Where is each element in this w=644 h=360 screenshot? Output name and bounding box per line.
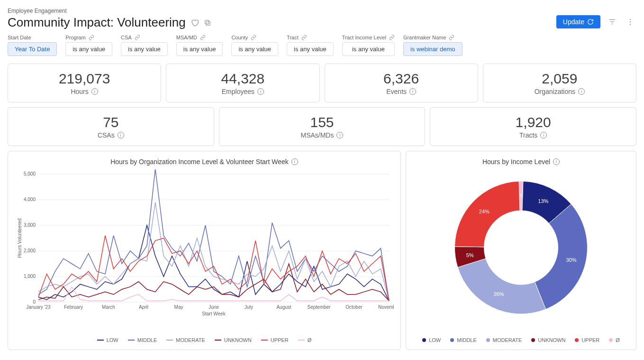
kpi-value: 6,326 xyxy=(330,71,473,87)
svg-text:April: April xyxy=(139,305,148,310)
link-icon[interactable] xyxy=(89,35,94,40)
svg-text:August: August xyxy=(276,305,291,310)
filter-label: Grantmaker Name xyxy=(403,35,446,40)
kpi-card: 219,073Hoursi xyxy=(8,64,161,102)
svg-rect-0 xyxy=(206,21,210,25)
filter-group: CSAis any value xyxy=(121,35,168,56)
svg-text:March: March xyxy=(102,305,115,310)
legend-item[interactable]: UNKNOWN xyxy=(531,337,565,343)
svg-text:26%: 26% xyxy=(494,291,504,297)
info-icon[interactable]: i xyxy=(578,88,585,95)
svg-point-5 xyxy=(630,19,631,20)
kpi-value: 2,059 xyxy=(488,71,631,87)
line-chart-title: Hours by Organization Income Level & Vol… xyxy=(110,158,289,166)
kpi-card: 1,920Tractsi xyxy=(430,107,636,146)
legend-item[interactable]: UPPER xyxy=(261,337,289,343)
breadcrumb[interactable]: Employee Engagement xyxy=(8,8,211,14)
filter-chip[interactable]: Year To Date xyxy=(8,42,57,56)
heart-icon[interactable] xyxy=(190,18,199,27)
kpi-card: 75CSAsi xyxy=(8,107,214,146)
link-icon[interactable] xyxy=(251,35,256,40)
more-icon[interactable] xyxy=(624,16,636,28)
svg-text:Start Week: Start Week xyxy=(202,311,226,316)
filter-label: CSA xyxy=(121,35,132,40)
filter-label: County xyxy=(231,35,248,40)
kpi-value: 219,073 xyxy=(13,71,156,87)
legend-item[interactable]: MIDDLE xyxy=(128,337,157,343)
kpi-value: 1,920 xyxy=(435,114,631,130)
filter-label: Tract Income Level xyxy=(342,35,386,40)
info-icon[interactable]: i xyxy=(336,132,343,138)
link-icon[interactable] xyxy=(449,35,454,40)
filter-label: Program xyxy=(65,35,85,40)
filter-label: MSA/MD xyxy=(176,35,197,40)
legend-item[interactable]: Ø xyxy=(609,337,620,343)
update-button-label: Update xyxy=(563,18,584,26)
filter-group: Grantmaker Nameis webinar demo xyxy=(403,35,463,56)
svg-text:September: September xyxy=(308,305,331,310)
filter-chip[interactable]: is any value xyxy=(65,42,112,56)
donut-chart-title: Hours by Income Level xyxy=(482,158,550,166)
filter-label: Tract xyxy=(287,35,299,40)
info-icon[interactable]: i xyxy=(118,132,124,138)
link-icon[interactable] xyxy=(135,35,140,40)
svg-text:November: November xyxy=(378,305,394,310)
legend-item[interactable]: UNKNOWN xyxy=(215,337,252,343)
filter-chip[interactable]: is webinar demo xyxy=(403,42,463,56)
legend-item[interactable]: MODERATE xyxy=(486,337,522,343)
info-icon[interactable]: i xyxy=(91,88,98,95)
svg-text:3,000: 3,000 xyxy=(24,222,36,228)
info-icon[interactable]: i xyxy=(291,158,298,165)
kpi-label: Organizations xyxy=(535,88,575,95)
link-icon[interactable] xyxy=(200,35,206,40)
kpi-label: Events xyxy=(386,88,407,95)
filter-chip[interactable]: is any value xyxy=(231,42,278,56)
kpi-value: 44,328 xyxy=(171,71,314,87)
svg-text:13%: 13% xyxy=(538,198,548,204)
svg-text:2,000: 2,000 xyxy=(24,248,36,253)
filter-chip[interactable]: is any value xyxy=(287,42,334,56)
legend-item[interactable]: UPPER xyxy=(575,337,599,343)
kpi-card: 44,328Employeesi xyxy=(166,64,319,102)
kpi-label: Hours xyxy=(71,88,88,95)
link-icon[interactable] xyxy=(389,35,395,40)
info-icon[interactable]: i xyxy=(257,88,264,95)
filter-group: Tract Income Levelis any value xyxy=(342,35,395,56)
legend-item[interactable]: MODERATE xyxy=(166,337,205,343)
svg-text:24%: 24% xyxy=(479,209,490,214)
kpi-card: 2,059Organizationsi xyxy=(483,64,636,102)
svg-text:1,000: 1,000 xyxy=(24,274,36,279)
filter-chip[interactable]: is any value xyxy=(121,42,168,56)
kpi-label: Employees xyxy=(222,88,254,95)
legend-item[interactable]: LOW xyxy=(97,337,118,343)
svg-rect-1 xyxy=(205,20,209,24)
svg-text:January '23: January '23 xyxy=(26,305,51,310)
filter-group: MSA/MDis any value xyxy=(176,35,223,56)
copy-icon[interactable] xyxy=(204,19,211,27)
kpi-label: Tracts xyxy=(519,131,537,139)
info-icon[interactable]: i xyxy=(553,158,560,165)
legend-item[interactable]: MIDDLE xyxy=(450,337,477,343)
kpi-label: MSAs/MDs xyxy=(300,131,334,139)
svg-point-7 xyxy=(630,24,631,25)
update-button[interactable]: Update xyxy=(556,15,600,28)
kpi-card: 6,326Eventsi xyxy=(325,64,478,102)
link-icon[interactable] xyxy=(301,35,307,40)
filter-icon[interactable] xyxy=(606,16,618,28)
svg-text:0: 0 xyxy=(33,299,36,305)
kpi-card: 155MSAs/MDsi xyxy=(219,107,426,146)
info-icon[interactable]: i xyxy=(540,132,547,138)
filter-chip[interactable]: is any value xyxy=(342,42,395,56)
page-title: Community Impact: Volunteering xyxy=(8,15,186,30)
svg-text:February: February xyxy=(64,305,83,310)
svg-text:30%: 30% xyxy=(566,257,576,263)
filter-chip[interactable]: is any value xyxy=(176,42,223,56)
filter-group: Programis any value xyxy=(65,35,112,56)
filter-label: Start Date xyxy=(8,35,31,40)
legend-item[interactable]: LOW xyxy=(422,337,441,343)
svg-text:June: June xyxy=(209,305,219,310)
svg-text:May: May xyxy=(174,305,183,310)
info-icon[interactable]: i xyxy=(409,88,416,95)
kpi-label: CSAs xyxy=(98,131,115,139)
legend-item[interactable]: Ø xyxy=(298,337,312,343)
